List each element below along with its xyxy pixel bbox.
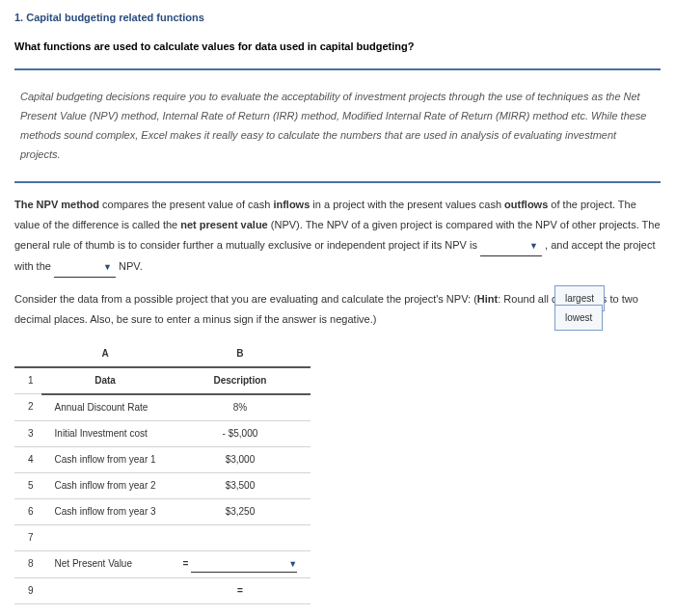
equals-sign: = [170, 577, 311, 603]
cell: $3,000 [170, 446, 311, 472]
npv-blank-1[interactable]: ▼ [480, 235, 542, 256]
row-index: 6 [14, 498, 41, 524]
npv-method-bold: The NPV method [14, 199, 99, 210]
equals-sign: = [183, 558, 189, 569]
cell: Annual Discount Rate [41, 394, 170, 421]
project-data-table: A B 1 Data Description 2Annual Discount … [14, 341, 310, 604]
dropdown-option-lowest[interactable]: lowest [554, 305, 603, 331]
data-header: Data [41, 367, 170, 394]
section-heading: 1. Capital budgeting related functions [14, 10, 661, 27]
npv-blank-2[interactable]: ▼ [54, 256, 116, 278]
table-header-row: 1 Data Description [14, 367, 310, 394]
chevron-down-icon: ▼ [529, 241, 538, 251]
table-row: 2Annual Discount Rate8% [14, 394, 310, 421]
divider-bottom [14, 181, 661, 183]
npv-value-dropdown[interactable]: ▼ [191, 556, 297, 573]
description-header: Description [170, 367, 311, 394]
table-col-letters: A B [14, 341, 310, 367]
table-row-npv: 8 Net Present Value = ▼ [14, 550, 310, 577]
intro-paragraph: Capital budgeting decisions require you … [14, 80, 661, 172]
row-index: 3 [14, 420, 41, 446]
txt: in a project with the present values cas… [310, 199, 504, 210]
cell: $3,250 [170, 498, 311, 524]
npv-label: Net Present Value [41, 550, 170, 577]
npv-method-paragraph: The NPV method compares the present valu… [14, 195, 661, 278]
cell: Initial Investment cost [41, 420, 170, 446]
table-row-formula: 9 = [14, 577, 310, 603]
txt: compares the present value of cash [99, 199, 273, 210]
row-index: 2 [14, 394, 41, 421]
cell: Cash inflow from year 2 [41, 472, 170, 498]
chevron-down-icon: ▼ [103, 262, 112, 272]
table-row: 3Initial Investment cost- $5,000 [14, 420, 310, 446]
txt: Consider the data from a possible projec… [14, 293, 477, 305]
table-row: 5Cash inflow from year 2$3,500 [14, 472, 310, 498]
divider-top [14, 68, 661, 70]
cell: $3,500 [170, 472, 311, 498]
consider-paragraph: Consider the data from a possible projec… [14, 289, 661, 330]
npv-bold: net present value [180, 219, 267, 230]
cell: - $5,000 [170, 420, 311, 446]
hint-label: Hint [477, 293, 498, 305]
chevron-down-icon: ▼ [288, 559, 297, 569]
row-index: 5 [14, 472, 41, 498]
cell: Cash inflow from year 1 [41, 446, 170, 472]
cell: Cash inflow from year 3 [41, 498, 170, 524]
outflows-bold: outflows [504, 199, 548, 210]
row-index: 8 [14, 550, 41, 577]
table-row: 6Cash inflow from year 3$3,250 [14, 498, 310, 524]
row-index: 4 [14, 446, 41, 472]
txt: NPV. [116, 260, 143, 272]
col-b-header: B [170, 341, 311, 367]
row-index: 7 [14, 524, 41, 550]
inflows-bold: inflows [273, 199, 310, 210]
row-index: 9 [14, 577, 41, 603]
cell: 8% [170, 394, 311, 421]
col-a-header: A [41, 341, 170, 367]
question-text: What functions are used to calculate val… [14, 39, 661, 56]
table-row: 7 [14, 524, 310, 550]
table-row: 4Cash inflow from year 1$3,000 [14, 446, 310, 472]
